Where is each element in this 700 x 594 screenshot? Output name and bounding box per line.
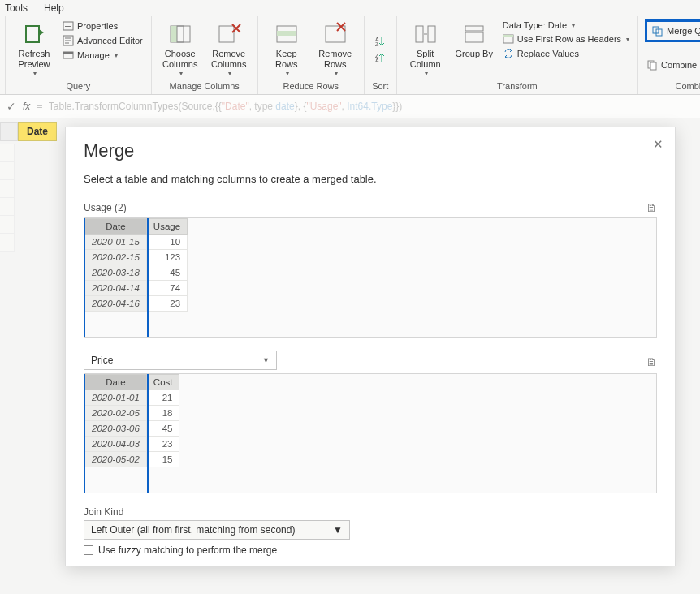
menu-bar: Tools Help [0,0,700,16]
svg-text:A: A [375,58,379,63]
svg-rect-19 [465,26,483,31]
svg-rect-20 [465,32,483,42]
data-type-button[interactable]: Data Type: Date [501,19,631,31]
formula-bar: ✓ fx = Table.TransformColumnTypes(Source… [0,95,700,118]
column-header[interactable]: Date [85,375,147,390]
group-label-transform: Transform [404,80,631,93]
formula-text[interactable]: = Table.TransformColumnTypes(Source,{{"D… [37,101,402,112]
group-label-query: Query [12,80,145,93]
table2-selector[interactable]: Price▼ [84,351,277,370]
table-row[interactable]: 2020-03-1845 [85,265,188,281]
advanced-editor-icon [63,35,74,46]
table-row[interactable]: 2020-04-0323 [85,437,179,452]
remove-rows-button[interactable]: Remove Rows [313,19,357,80]
group-label-reduce-rows: Reduce Rows [265,80,357,93]
first-row-headers-button[interactable]: Use First Row as Headers [501,32,631,45]
menu-help[interactable]: Help [44,2,64,14]
table1-options-icon[interactable]: 🗎 [646,201,657,214]
svg-text:Z: Z [375,41,379,47]
svg-rect-5 [63,52,73,54]
column-header-date[interactable]: Date [18,122,57,141]
ribbon-group-reduce-rows: Keep Rows Remove Rows Reduce Rows [258,16,365,94]
table2-options-icon[interactable]: 🗎 [646,355,657,368]
table1-preview[interactable]: DateUsage2020-01-15102020-02-151232020-0… [84,217,657,338]
table-row[interactable]: 2020-05-0215 [85,452,179,467]
table-row[interactable]: 2020-02-15123 [85,250,188,265]
refresh-icon [21,21,47,47]
join-kind-select[interactable]: Left Outer (all from first, matching fro… [84,520,350,540]
table-row[interactable]: 2020-03-0645 [85,421,179,437]
split-column-icon [413,21,439,47]
merge-queries-button[interactable]: Merge Queries [645,19,700,42]
ribbon-group-transform: Split Column Group By Data Type: Date Us… [397,16,638,94]
svg-rect-11 [277,31,296,36]
refresh-preview-button[interactable]: Refresh Preview [12,19,56,80]
manage-button[interactable]: Manage [61,49,145,62]
svg-rect-22 [503,35,513,37]
sort-desc-button[interactable]: ZA [373,51,387,64]
split-column-button[interactable]: Split Column [404,19,447,80]
table1-label: Usage (2) [84,202,127,213]
keep-rows-button[interactable]: Keep Rows [265,19,309,80]
svg-rect-2 [65,26,71,27]
group-by-button[interactable]: Group By [452,19,496,61]
combine-files-icon [646,59,658,71]
group-label-sort: Sort [371,80,390,93]
first-row-icon [503,33,514,45]
svg-rect-8 [177,26,184,42]
group-by-icon [461,21,487,47]
properties-icon [63,20,74,32]
formula-commit-icon[interactable]: ✓ [6,100,16,113]
svg-rect-18 [428,26,435,42]
dialog-title: Merge [84,140,657,161]
replace-icon [503,48,514,59]
remove-rows-icon [322,21,348,47]
column-header[interactable]: Cost [146,375,179,390]
table-row[interactable]: 2020-01-1510 [85,235,188,250]
close-icon[interactable]: ✕ [653,137,663,152]
ribbon-group-query: Refresh Preview Properties Advanced Edit… [5,16,152,94]
sort-asc-icon: AZ [374,36,386,47]
table2-grid: DateCost2020-01-01212020-02-05182020-03-… [84,374,179,467]
ribbon: Refresh Preview Properties Advanced Edit… [0,16,700,95]
table2-preview[interactable]: DateCost2020-01-01212020-02-05182020-03-… [84,373,657,493]
table-row[interactable]: 2020-01-0121 [85,390,179,406]
group-label-combine: Combine [645,80,700,93]
table1-grid: DateUsage2020-01-15102020-02-151232020-0… [84,218,188,312]
merge-dialog: ✕ Merge Select a table and matching colu… [65,127,676,566]
svg-rect-17 [416,26,423,42]
column-header[interactable]: Date [85,219,147,235]
sort-asc-button[interactable]: AZ [373,35,387,48]
group-label-manage-columns: Manage Columns [158,80,251,93]
ribbon-group-manage-columns: Choose Columns Remove Columns Manage Col… [152,16,258,94]
replace-values-button[interactable]: Replace Values [501,47,631,60]
row-number-header[interactable] [0,122,18,141]
table-row[interactable]: 2020-04-1623 [85,296,188,312]
merge-queries-icon [652,25,663,37]
choose-columns-button[interactable]: Choose Columns [158,19,202,80]
dialog-description: Select a table and matching columns to c… [84,173,657,185]
menu-tools[interactable]: Tools [5,2,28,14]
table-row[interactable]: 2020-04-1474 [85,281,188,296]
remove-columns-icon [216,21,242,47]
join-kind-label: Join Kind [84,506,657,518]
table-row[interactable]: 2020-02-0518 [85,406,179,421]
column-header[interactable]: Usage [146,219,187,235]
svg-rect-7 [171,26,177,42]
sort-desc-icon: ZA [374,52,386,63]
manage-icon [63,50,74,61]
fuzzy-matching-checkbox[interactable] [84,545,93,555]
remove-columns-button[interactable]: Remove Columns [207,19,251,80]
svg-rect-9 [219,26,234,42]
advanced-editor-button[interactable]: Advanced Editor [61,34,145,47]
svg-rect-1 [65,24,69,24]
ribbon-group-sort: AZ ZA Sort [365,16,397,94]
properties-button[interactable]: Properties [61,19,145,32]
fx-label: fx [23,101,30,112]
keep-rows-icon [274,21,300,47]
choose-columns-icon [167,21,193,47]
svg-rect-26 [650,62,656,70]
combine-files-button[interactable]: Combine Files [645,58,700,71]
ribbon-group-combine: Merge Queries Append Queries Combine Fil… [638,16,700,94]
fuzzy-matching-label: Use fuzzy matching to perform the merge [98,544,277,556]
